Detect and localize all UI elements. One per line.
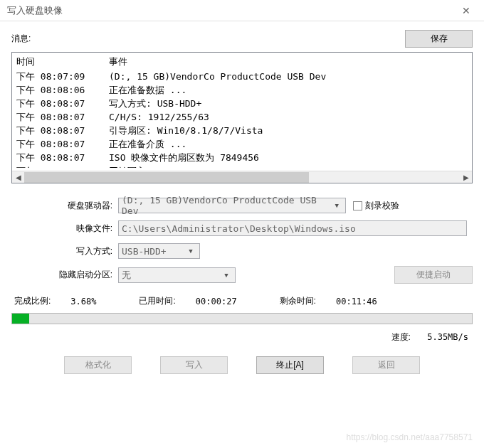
disk-drive-combo[interactable]: (D:, 15 GB)VendorCo ProductCode USB Dev … <box>118 198 346 213</box>
image-file-value: C:\Users\Administrator\Desktop\Windows.i… <box>122 223 356 234</box>
log-row: 下午 08:08:07正在准备介质 ... <box>16 137 468 151</box>
log-body: 下午 08:07:09(D:, 15 GB)VendorCo ProductCo… <box>12 70 472 168</box>
col-event-header: 事件 <box>109 55 468 68</box>
scroll-right-icon[interactable]: ▶ <box>460 171 472 183</box>
log-row: 下午 08:07:09(D:, 15 GB)VendorCo ProductCo… <box>16 70 468 83</box>
quick-boot-button: 便捷启动 <box>394 266 473 284</box>
log-time: 下午 08:08:07 <box>16 97 109 110</box>
log-time: 下午 08:08:06 <box>16 83 109 97</box>
h-scrollbar[interactable]: ◀ ▶ <box>12 171 472 183</box>
elapsed-time-value: 00:00:27 <box>196 297 237 306</box>
write-method-combo[interactable]: USB-HDD+ ▼ <box>118 243 200 259</box>
log-header: 时间 事件 <box>12 53 472 70</box>
write-method-label: 写入方式: <box>11 245 118 257</box>
log-box: 时间 事件 下午 08:07:09(D:, 15 GB)VendorCo Pro… <box>11 52 473 183</box>
format-button: 格式化 <box>64 356 132 374</box>
log-event: 写入方式: USB-HDD+ <box>109 97 468 110</box>
window-title: 写入硬盘映像 <box>7 4 63 17</box>
verify-label: 刻录校验 <box>365 200 399 212</box>
write-method-row: 写入方式: USB-HDD+ ▼ <box>11 243 473 259</box>
progress-fill <box>12 314 29 324</box>
log-row: 下午 08:08:06正在准备数据 ... <box>16 83 468 97</box>
hide-boot-value: 无 <box>122 269 131 282</box>
image-file-label: 映像文件: <box>11 223 118 235</box>
complete-ratio-label: 完成比例: <box>14 295 51 307</box>
log-row: 下午 08:08:07C/H/S: 1912/255/63 <box>16 110 468 124</box>
log-event: 引导扇区: Win10/8.1/8/7/Vista <box>109 124 468 137</box>
log-event: 正在准备数据 ... <box>109 83 468 97</box>
message-row: 消息: 保存 <box>11 30 473 48</box>
remaining-time-label: 剩余时间: <box>280 295 316 307</box>
log-row: 下午 08:08:07ISO 映像文件的扇区数为 7849456 <box>16 151 468 164</box>
action-row: 格式化 写入 终止[A] 返回 <box>11 356 473 374</box>
col-time-header: 时间 <box>16 55 109 68</box>
log-row: 下午 08:08:07写入方式: USB-HDD+ <box>16 97 468 110</box>
speed-value: 5.35MB/s <box>427 332 468 342</box>
complete-ratio-value: 3.68% <box>70 297 96 306</box>
watermark: https://blog.csdn.net/aaa7758571 <box>347 432 473 442</box>
log-time: 下午 08:08:07 <box>16 151 109 164</box>
chevron-down-icon: ▼ <box>185 247 196 255</box>
hide-boot-combo[interactable]: 无 ▼ <box>118 267 236 283</box>
checkbox-box[interactable] <box>353 201 362 210</box>
hide-boot-row: 隐藏启动分区: 无 ▼ 便捷启动 <box>11 266 473 284</box>
elapsed-time-label: 已用时间: <box>139 295 175 307</box>
verify-checkbox[interactable]: 刻录校验 <box>353 200 399 212</box>
close-icon[interactable]: ✕ <box>456 5 477 16</box>
progress-bar <box>11 313 473 324</box>
log-row: 下午 08:08:07引导扇区: Win10/8.1/8/7/Vista <box>16 124 468 137</box>
log-event: ISO 映像文件的扇区数为 7849456 <box>109 151 468 164</box>
disk-drive-label: 硬盘驱动器: <box>11 200 118 212</box>
remaining-time-value: 00:11:46 <box>336 297 377 306</box>
hide-boot-label: 隐藏启动分区: <box>11 269 118 281</box>
log-event: 正在准备介质 ... <box>109 137 468 151</box>
chevron-down-icon: ▼ <box>332 202 342 209</box>
image-file-row: 映像文件: C:\Users\Administrator\Desktop\Win… <box>11 220 473 236</box>
message-label: 消息: <box>11 33 31 45</box>
speed-row: 速度: 5.35MB/s <box>11 331 473 343</box>
log-time: 下午 08:08:07 <box>16 164 109 168</box>
content-area: 消息: 保存 时间 事件 下午 08:07:09(D:, 15 GB)Vendo… <box>0 21 484 383</box>
title-bar: 写入硬盘映像 ✕ <box>0 0 484 21</box>
disk-drive-row: 硬盘驱动器: (D:, 15 GB)VendorCo ProductCode U… <box>11 198 473 213</box>
abort-button[interactable]: 终止[A] <box>256 356 324 374</box>
log-time: 下午 08:08:07 <box>16 124 109 137</box>
scroll-left-icon[interactable]: ◀ <box>12 171 24 183</box>
log-row: 下午 08:08:07开始写入 ... <box>16 164 468 168</box>
disk-drive-value: (D:, 15 GB)VendorCo ProductCode USB Dev <box>122 195 332 216</box>
log-event: 开始写入 ... <box>109 164 468 168</box>
log-event: C/H/S: 1912/255/63 <box>109 110 468 124</box>
speed-label: 速度: <box>391 332 411 342</box>
log-event: (D:, 15 GB)VendorCo ProductCode USB Dev <box>109 70 468 83</box>
write-button: 写入 <box>160 356 228 374</box>
write-method-value: USB-HDD+ <box>122 246 167 257</box>
chevron-down-icon: ▼ <box>221 272 232 279</box>
log-time: 下午 08:08:07 <box>16 110 109 124</box>
save-button[interactable]: 保存 <box>405 30 473 48</box>
image-file-field[interactable]: C:\Users\Administrator\Desktop\Windows.i… <box>118 220 467 236</box>
log-time: 下午 08:07:09 <box>16 70 109 83</box>
log-time: 下午 08:08:07 <box>16 137 109 151</box>
scroll-track[interactable] <box>24 171 460 183</box>
stats-row: 完成比例: 3.68% 已用时间: 00:00:27 剩余时间: 00:11:4… <box>11 295 473 307</box>
scroll-thumb[interactable] <box>24 172 309 183</box>
form-area: 硬盘驱动器: (D:, 15 GB)VendorCo ProductCode U… <box>11 198 473 284</box>
back-button: 返回 <box>352 356 420 374</box>
